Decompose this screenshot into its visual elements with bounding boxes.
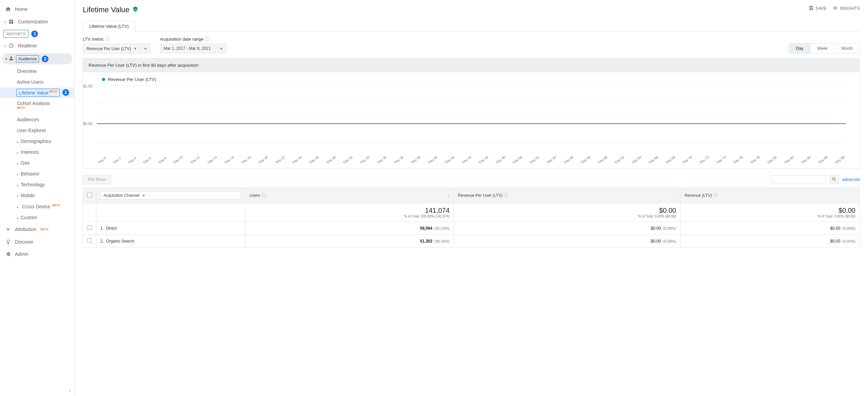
help-icon: ?: [713, 193, 717, 197]
callout-3: 3: [62, 89, 69, 96]
row-channel-name[interactable]: Organic Search: [106, 239, 134, 244]
insights-icon: [833, 5, 838, 12]
page-title: Lifetime Value: [83, 5, 138, 14]
callout-1: 1: [31, 30, 38, 37]
advanced-link[interactable]: advanced: [842, 177, 860, 182]
nav-technology[interactable]: Technology: [17, 179, 74, 190]
summary-revenue: $0.00 % of Total: 0.00% ($0.00): [680, 203, 860, 222]
nav-home[interactable]: Home: [0, 3, 74, 16]
help-icon: ?: [504, 193, 508, 197]
chevron-down-icon: ▼: [219, 47, 223, 50]
svg-point-3: [832, 178, 835, 180]
summary-rpu: $0.00 % of Total: 0.00% ($0.00): [454, 203, 680, 222]
nav-customization-label: Customization: [18, 19, 48, 24]
table-search-input[interactable]: [772, 175, 826, 184]
nav-admin[interactable]: Admin: [0, 248, 74, 260]
x-axis: Day 0Day 2Day 4Day 6Day 8Day 10Day 12Day…: [97, 161, 846, 165]
nav-geo[interactable]: Geo: [17, 158, 74, 168]
legend-dot-icon: [102, 78, 105, 81]
row-checkbox[interactable]: [87, 225, 92, 230]
nav-audience[interactable]: ▾ Audience 2: [2, 53, 72, 64]
beta-badge: BETA: [52, 204, 60, 207]
y-axis-tick: $0.00: [83, 122, 93, 126]
data-table: Acquisition Channel ▼ Users ? ↓ Revenue …: [83, 188, 860, 248]
table-row: 1. Direct 58,594(41.23%) $0.00(0.00%) $0…: [83, 222, 860, 235]
sort-arrow-down-icon: ↓: [448, 193, 450, 198]
clock-icon: [8, 43, 15, 48]
col-revenue[interactable]: Revenue (LTV) ?: [680, 188, 860, 203]
chart-card: Revenue Per User (LTV) in first 90 days …: [83, 58, 860, 169]
verified-shield-icon: [132, 5, 138, 14]
chevron-right-icon: ▸: [5, 20, 6, 24]
nav-realtime[interactable]: ▸ Realtime: [0, 40, 74, 52]
nav-discover-label: Discover: [15, 239, 33, 245]
beta-badge: BETA: [40, 228, 48, 231]
nav-mobile[interactable]: Mobile: [17, 190, 74, 201]
chart-legend: Revenue Per User (LTV): [97, 77, 846, 82]
nav-attribution[interactable]: Attribution BETA: [0, 223, 74, 236]
chevron-down-icon: ▼: [142, 194, 145, 197]
col-rpu[interactable]: Revenue Per User (LTV) ?: [454, 188, 680, 203]
sidebar-collapse-button[interactable]: [67, 388, 72, 394]
audience-submenu: Overview Active Users: [0, 66, 74, 87]
nav-attribution-label: Attribution: [15, 227, 36, 232]
person-icon: [8, 56, 14, 62]
nav-audience-label: Audience: [16, 55, 39, 62]
y-axis-tick: $1.00: [83, 84, 93, 88]
dashboard-icon: [8, 19, 15, 24]
nav-overview[interactable]: Overview: [17, 66, 74, 77]
table-row: 2. Organic Search 51,302(36.10%) $0.00(0…: [83, 235, 860, 248]
summary-users: 141,074 % of Total: 100.00% (141,074): [245, 203, 454, 222]
nav-discover[interactable]: Discover: [0, 236, 74, 248]
nav-lifetime-value-label: Lifetime Value: [19, 90, 48, 96]
nav-interests[interactable]: Interests: [17, 147, 74, 158]
nav-lifetime-value[interactable]: Lifetime ValueBETA 3: [0, 87, 74, 98]
audience-submenu-2: Cohort Analysis BETA Audiences User Expl…: [0, 98, 74, 223]
nav-admin-label: Admin: [15, 251, 28, 257]
add-metric-button[interactable]: +: [141, 44, 151, 54]
tabs: Lifetime Value (LTV): [83, 20, 860, 32]
date-range-select[interactable]: Mar 1, 2017 - Mar 8, 2021 ▼: [160, 44, 227, 53]
reports-section-label: REPORTS: [3, 30, 28, 38]
chevron-down-icon: ▼: [134, 47, 137, 50]
ltv-metric-select[interactable]: Revenue Per User (LTV) ▼: [83, 44, 141, 54]
row-checkbox[interactable]: [87, 238, 92, 243]
nav-cohort[interactable]: Cohort Analysis BETA: [17, 98, 74, 114]
callout-2: 2: [42, 56, 48, 62]
gear-icon: [5, 251, 12, 257]
nav-customization[interactable]: ▸ Customization: [0, 16, 74, 28]
plot-rows-button[interactable]: Plot Rows: [83, 175, 111, 184]
help-icon[interactable]: ?: [205, 37, 209, 41]
dimension-select[interactable]: Acquisition Channel ▼: [100, 191, 241, 200]
nav-behavior[interactable]: Behavior: [17, 168, 74, 179]
nav-realtime-label: Realtime: [18, 43, 37, 48]
nav-demographics[interactable]: Demographics: [17, 136, 74, 147]
nav-user-explorer[interactable]: User Explorer: [17, 125, 74, 136]
nav-home-label: Home: [15, 6, 27, 12]
chevron-right-icon: ▸: [5, 44, 6, 48]
help-icon: ?: [261, 193, 266, 197]
chevron-down-icon: ▾: [5, 57, 7, 61]
col-users[interactable]: Users ? ↓: [245, 188, 454, 203]
nav-custom[interactable]: Custom: [17, 212, 74, 223]
nav-cross-device[interactable]: Cross Device BETA: [17, 201, 74, 212]
nav-active-users[interactable]: Active Users: [17, 77, 74, 87]
nav-audiences[interactable]: Audiences: [17, 114, 74, 125]
plus-icon: +: [144, 46, 147, 51]
table-search-button[interactable]: [829, 175, 839, 184]
granularity-month[interactable]: Month: [835, 44, 860, 53]
home-icon: [5, 6, 12, 12]
save-button[interactable]: SAVE: [809, 5, 827, 12]
insights-button[interactable]: INSIGHTS: [833, 5, 860, 12]
tab-lifetime-value[interactable]: Lifetime Value (LTV): [83, 21, 135, 32]
save-icon: [809, 5, 814, 12]
row-channel-name[interactable]: Direct: [106, 226, 117, 231]
date-range-label: Acquisition date range ?: [160, 37, 227, 42]
sidebar: Home ▸ Customization REPORTS 1 ▸ Realtim…: [0, 0, 75, 396]
select-all-checkbox[interactable]: [87, 193, 92, 197]
chart-data-line: [97, 123, 846, 124]
help-icon[interactable]: ?: [105, 37, 110, 41]
granularity-day[interactable]: Day: [789, 44, 810, 53]
lightbulb-icon: [5, 239, 12, 245]
granularity-week[interactable]: Week: [810, 44, 834, 53]
